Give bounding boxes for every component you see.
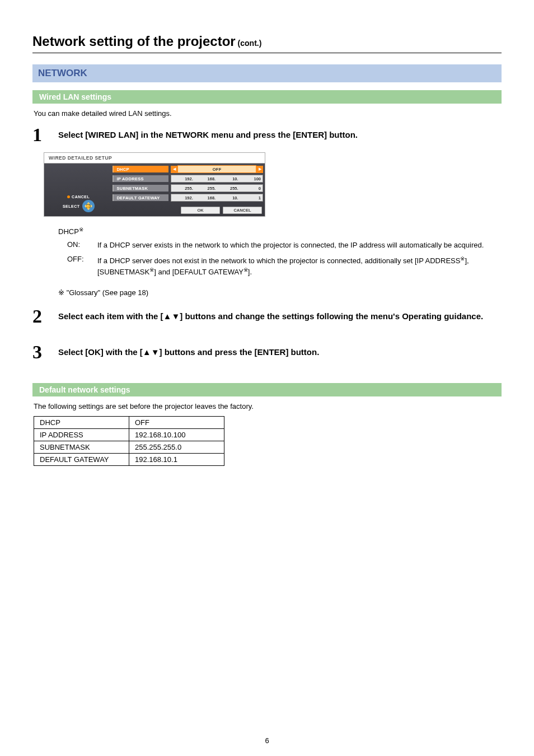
dhcp-off-key: OFF: bbox=[67, 255, 97, 263]
menu-value-gateway: 192. 168. 10. 1 bbox=[171, 194, 263, 202]
subnet-field: 255. 255. 255. 0 bbox=[171, 184, 263, 192]
menu-row-subnet: SUBNETMASK 255. 255. 255. 0 bbox=[113, 184, 263, 192]
menu-value-dhcp: ◀ OFF ▶ bbox=[171, 165, 263, 173]
menu-row-gateway: DEFAULT GATEWAY 192. 168. 10. 1 bbox=[113, 194, 263, 202]
cell-val: OFF bbox=[129, 416, 224, 428]
glossary-note: ※ "Glossary" (See page 18) bbox=[58, 288, 502, 297]
step-3: 3 Select [OK] with the [▲▼] buttons and … bbox=[32, 343, 502, 362]
dhcp-on-text: If a DHCP server exists in the network t… bbox=[97, 240, 502, 250]
cell-val: 192.168.10.100 bbox=[129, 428, 224, 441]
step-1-text: Select [WIRED LAN] in the NETWORK menu a… bbox=[58, 125, 502, 139]
step-2: 2 Select each item with the [▲▼] buttons… bbox=[32, 307, 502, 326]
ip-seg: 168. bbox=[195, 175, 217, 182]
note-mark: ※ bbox=[79, 226, 83, 232]
step-3-number: 3 bbox=[32, 343, 58, 362]
proj-menu-title: WIRED DETAILED SETUP bbox=[44, 153, 265, 164]
default-intro: The following settings are set before th… bbox=[34, 402, 502, 410]
page-title: Network setting of the projector (cont.) bbox=[32, 34, 502, 53]
nav-right-icon bbox=[91, 204, 94, 208]
subsection-default-settings: Default network settings bbox=[32, 383, 502, 396]
proj-select-row: SELECT bbox=[63, 200, 95, 212]
ip-seg: 255. bbox=[195, 185, 217, 192]
nav-dpad-icon bbox=[82, 200, 95, 212]
ip-field: 192. 168. 10. 100 bbox=[171, 175, 263, 183]
nav-left-icon bbox=[83, 204, 86, 208]
table-row: DHCP OFF bbox=[34, 416, 224, 428]
nav-down-icon bbox=[87, 208, 90, 212]
dhcp-off-row: OFF: If a DHCP server does not exist in … bbox=[58, 255, 502, 277]
ip-seg: 10. bbox=[217, 175, 239, 182]
ip-seg: 10. bbox=[217, 194, 239, 201]
ip-seg: 192. bbox=[172, 194, 194, 201]
cancel-dot-icon bbox=[67, 195, 70, 198]
arrow-right-icon: ▶ bbox=[256, 166, 263, 173]
menu-label-gateway: DEFAULT GATEWAY bbox=[113, 194, 168, 201]
table-row: IP ADDRESS 192.168.10.100 bbox=[34, 428, 224, 441]
dhcp-explanation: DHCP※ ON: If a DHCP server exists in the… bbox=[58, 226, 502, 277]
menu-row-ip: IP ADDRESS 192. 168. 10. 100 bbox=[113, 175, 263, 183]
step-3-text: Select [OK] with the [▲▼] buttons and pr… bbox=[58, 343, 502, 357]
ip-seg: 1 bbox=[240, 194, 262, 201]
cell-key: SUBNETMASK bbox=[34, 441, 129, 453]
ip-seg: 100 bbox=[240, 175, 262, 182]
cell-key: DEFAULT GATEWAY bbox=[34, 453, 129, 465]
proj-ok-button: OK bbox=[181, 207, 220, 214]
cell-val: 255.255.255.0 bbox=[129, 441, 224, 453]
ip-seg: 168. bbox=[195, 194, 217, 201]
menu-value-subnet: 255. 255. 255. 0 bbox=[171, 184, 263, 192]
arrow-left-icon: ◀ bbox=[171, 166, 177, 173]
step-2-text: Select each item with the [▲▼] buttons a… bbox=[58, 307, 502, 321]
nav-up-icon bbox=[87, 200, 90, 204]
ip-seg: 192. bbox=[172, 175, 194, 182]
dhcp-title: DHCP※ bbox=[58, 226, 502, 236]
cell-key: DHCP bbox=[34, 416, 129, 428]
cell-val: 192.168.10.1 bbox=[129, 453, 224, 465]
step-1: 1 Select [WIRED LAN] in the NETWORK menu… bbox=[32, 125, 502, 144]
proj-left-panel: CANCEL SELECT bbox=[46, 165, 111, 214]
step-2-number: 2 bbox=[32, 307, 58, 326]
default-settings-table: DHCP OFF IP ADDRESS 192.168.10.100 SUBNE… bbox=[34, 416, 224, 466]
ip-seg: 0 bbox=[240, 185, 262, 192]
menu-label-dhcp: DHCP bbox=[113, 166, 168, 172]
proj-right-panel: DHCP ◀ OFF ▶ IP ADDRESS 192. 168. 10. 10… bbox=[113, 165, 263, 214]
gateway-field: 192. 168. 10. 1 bbox=[171, 194, 263, 202]
wired-intro: You can make detailed wired LAN settings… bbox=[34, 109, 502, 118]
projector-menu-screenshot: WIRED DETAILED SETUP CANCEL SELECT bbox=[44, 152, 265, 217]
table-row: DEFAULT GATEWAY 192.168.10.1 bbox=[34, 453, 224, 465]
dhcp-off-text: If a DHCP server does not exist in the n… bbox=[97, 255, 502, 277]
table-row: SUBNETMASK 255.255.255.0 bbox=[34, 441, 224, 453]
subsection-wired-lan: Wired LAN settings bbox=[32, 90, 502, 104]
proj-cancel-button: CANCEL bbox=[223, 207, 262, 214]
dhcp-label: DHCP bbox=[58, 227, 79, 236]
menu-label-ip: IP ADDRESS bbox=[113, 175, 168, 182]
cell-key: IP ADDRESS bbox=[34, 428, 129, 441]
glossary-text: "Glossary" (See page 18) bbox=[67, 288, 149, 297]
proj-select-text: SELECT bbox=[63, 204, 80, 208]
dhcp-on-row: ON: If a DHCP server exists in the netwo… bbox=[58, 240, 502, 250]
proj-bottom-buttons: OK CANCEL bbox=[113, 203, 263, 214]
proj-cancel-text: CANCEL bbox=[72, 195, 90, 199]
dhcp-on-key: ON: bbox=[67, 240, 97, 249]
proj-cancel-label: CANCEL bbox=[67, 195, 90, 199]
section-network: NETWORK bbox=[32, 64, 502, 82]
ip-seg: 255. bbox=[172, 185, 194, 192]
step-1-number: 1 bbox=[32, 125, 58, 144]
note-mark: ※ bbox=[58, 288, 64, 297]
title-text: Network setting of the projector bbox=[32, 34, 236, 49]
menu-value-ip: 192. 168. 10. 100 bbox=[171, 175, 263, 183]
menu-row-dhcp: DHCP ◀ OFF ▶ bbox=[113, 165, 263, 173]
proj-menu-body: CANCEL SELECT DHCP ◀ OFF ▶ bbox=[44, 164, 265, 216]
title-cont: (cont.) bbox=[236, 39, 262, 48]
dhcp-value: OFF bbox=[177, 165, 256, 173]
ip-seg: 255. bbox=[217, 185, 239, 192]
menu-label-subnet: SUBNETMASK bbox=[113, 185, 168, 192]
